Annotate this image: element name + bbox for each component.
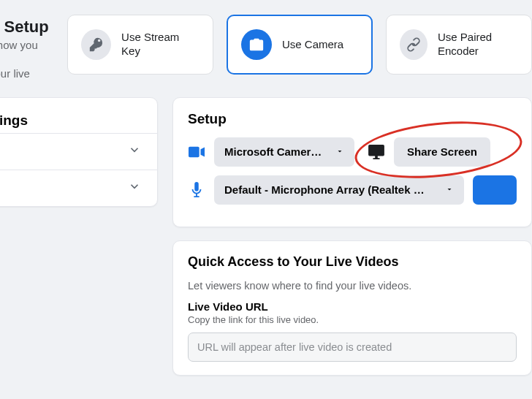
quick-access-panel: Quick Access to Your Live Videos Let vie… (172, 240, 532, 376)
live-url-field[interactable]: URL will appear after live video is crea… (188, 332, 517, 362)
choice-label: Use Stream Key (121, 31, 200, 58)
mic-selected-value: Default - Microphone Array (Realtek … (224, 183, 425, 196)
settings-accordion-row[interactable] (0, 170, 157, 206)
video-setup-header: Video Setup Choose how you want to set u… (0, 0, 532, 97)
microphone-select[interactable]: Default - Microphone Array (Realtek … (214, 175, 464, 205)
chevron-down-icon (128, 143, 141, 159)
caret-down-icon (445, 183, 454, 196)
camera-icon (241, 29, 272, 60)
page-title: Video Setup (0, 18, 54, 37)
live-url-label: Live Video URL (188, 300, 517, 313)
choice-use-camera[interactable]: Use Camera (227, 15, 373, 75)
mic-row: Default - Microphone Array (Realtek … (188, 175, 517, 205)
choice-label: Use Paired Encoder (438, 31, 518, 58)
share-screen-button[interactable]: Share Screen (394, 137, 490, 167)
video-camera-icon (188, 146, 205, 158)
camera-row: Microsoft Camer… Share Screen (188, 137, 517, 167)
monitor-icon (368, 145, 385, 159)
caret-down-icon (335, 145, 344, 158)
setup-title: Setup (188, 111, 517, 127)
live-url-placeholder: URL will appear after live video is crea… (197, 341, 392, 353)
settings-accordion-row[interactable] (0, 133, 157, 170)
chevron-down-icon (128, 180, 141, 196)
link-icon (400, 29, 428, 60)
choice-label: Use Camera (282, 38, 343, 52)
settings-title: Settings (0, 113, 141, 129)
mic-action-button[interactable] (473, 175, 517, 205)
choice-paired-encoder[interactable]: Use Paired Encoder (386, 15, 532, 75)
camera-select[interactable]: Microsoft Camer… (214, 137, 354, 167)
live-url-hint: Copy the link for this live video. (188, 314, 517, 325)
settings-panel: Settings (0, 97, 158, 207)
setup-panel: Setup Microsoft Camer… Share Screen (172, 97, 532, 227)
microphone-icon (188, 182, 205, 198)
video-setup-text: Video Setup Choose how you want to set u… (0, 15, 54, 81)
quick-access-subtitle: Let viewers know where to find your live… (188, 280, 517, 292)
key-icon (81, 29, 111, 60)
choice-stream-key[interactable]: Use Stream Key (67, 15, 213, 75)
quick-access-title: Quick Access to Your Live Videos (188, 254, 517, 270)
page-subtitle: Choose how you want to set up your live (0, 38, 54, 81)
camera-selected-value: Microsoft Camer… (224, 145, 322, 158)
